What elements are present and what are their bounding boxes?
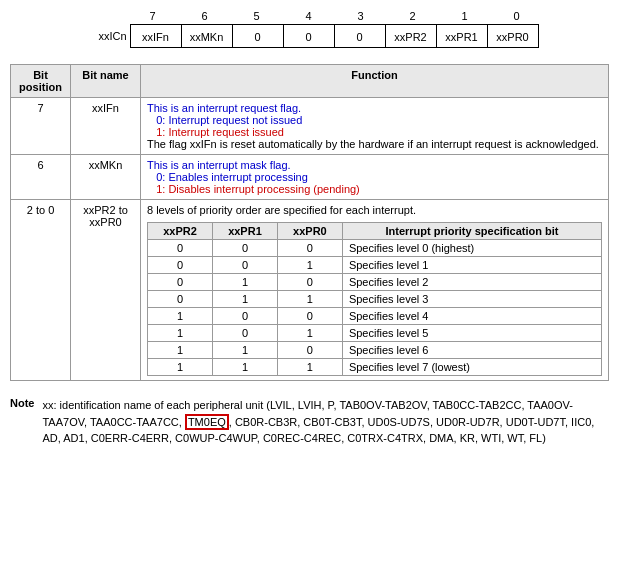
func-mask-red: 1: Disables interrupt processing (pendin… (156, 183, 360, 195)
reg-cell-4: 0 (283, 24, 335, 48)
register-cells-row: xxICn xxIFn xxMKn 0 0 0 xxPR2 xxPR1 xxPR… (81, 24, 539, 48)
note-highlighted-term: TM0EQ (185, 414, 229, 430)
priority-header-row: xxPR2 xxPR1 xxPR0 Interrupt priority spe… (148, 223, 602, 240)
func-line-1-red: 1: Interrupt request issued (156, 126, 284, 138)
bit-header-1: 1 (439, 10, 491, 22)
reg-cell-0: xxPR0 (487, 24, 539, 48)
function-xxpr: 8 levels of priority order are specified… (141, 200, 609, 381)
note-label: Note (10, 397, 34, 409)
pr1-val: 0 (212, 257, 277, 274)
reg-cell-3: 0 (334, 24, 386, 48)
priority-row-7: 1 1 1 Specifies level 7 (lowest) (148, 359, 602, 376)
pr2-val: 0 (148, 274, 213, 291)
pr2-val: 1 (148, 342, 213, 359)
pr1-val: 1 (212, 342, 277, 359)
pr1-val: 0 (212, 325, 277, 342)
pr0-val: 0 (277, 308, 342, 325)
priority-intro: 8 levels of priority order are specified… (147, 204, 602, 216)
bit-header-7: 7 (127, 10, 179, 22)
pri-col-spec: Interrupt priority specification bit (342, 223, 601, 240)
col-header-function: Function (141, 65, 609, 98)
level-2: Specifies level 2 (342, 274, 601, 291)
bit-name-xxpr: xxPR2 toxxPR0 (71, 200, 141, 381)
pr1-val: 1 (212, 359, 277, 376)
table-row-bit2to0: 2 to 0 xxPR2 toxxPR0 8 levels of priorit… (11, 200, 609, 381)
table-header-row: Bit position Bit name Function (11, 65, 609, 98)
table-row-bit6: 6 xxMKn This is an interrupt mask flag. … (11, 155, 609, 200)
reg-cell-7: xxIFn (130, 24, 182, 48)
note-text: xx: identification name of each peripher… (42, 397, 609, 447)
pr2-val: 1 (148, 325, 213, 342)
pr1-val: 1 (212, 274, 277, 291)
pri-col-pr2: xxPR2 (148, 223, 213, 240)
func-mask-line: This is an interrupt mask flag. 0: Enabl… (147, 159, 360, 195)
pr2-val: 0 (148, 291, 213, 308)
pr0-val: 0 (277, 240, 342, 257)
pr0-val: 1 (277, 325, 342, 342)
priority-row-5: 1 0 1 Specifies level 5 (148, 325, 602, 342)
col-header-bit-name: Bit name (71, 65, 141, 98)
pr0-val: 0 (277, 274, 342, 291)
pr0-val: 0 (277, 342, 342, 359)
bit-pos-7: 7 (11, 98, 71, 155)
register-name-label: xxICn (81, 30, 131, 42)
bit-header-5: 5 (231, 10, 283, 22)
pr2-val: 0 (148, 240, 213, 257)
bit-pos-2to0: 2 to 0 (11, 200, 71, 381)
function-xxifn: This is an interrupt request flag. 0: In… (141, 98, 609, 155)
pr0-val: 1 (277, 257, 342, 274)
level-6: Specifies level 6 (342, 342, 601, 359)
reg-cell-6: xxMKn (181, 24, 233, 48)
bit-header-3: 3 (335, 10, 387, 22)
main-table: Bit position Bit name Function 7 xxIFn T… (10, 64, 609, 381)
bit-header-4: 4 (283, 10, 335, 22)
pr1-val: 0 (212, 240, 277, 257)
reg-cell-2: xxPR2 (385, 24, 437, 48)
pr2-val: 0 (148, 257, 213, 274)
bit-header-2: 2 (387, 10, 439, 22)
bit-header-6: 6 (179, 10, 231, 22)
func-line-1: This is an interrupt request flag. 0: In… (147, 102, 302, 138)
priority-row-3: 0 1 1 Specifies level 3 (148, 291, 602, 308)
bit-number-row: 7 6 5 4 3 2 1 0 (77, 10, 543, 22)
priority-row-2: 0 1 0 Specifies level 2 (148, 274, 602, 291)
pri-col-pr0: xxPR0 (277, 223, 342, 240)
bit-headers: 7 6 5 4 3 2 1 0 (127, 10, 543, 22)
level-7: Specifies level 7 (lowest) (342, 359, 601, 376)
level-4: Specifies level 4 (342, 308, 601, 325)
level-5: Specifies level 5 (342, 325, 601, 342)
table-row-bit7: 7 xxIFn This is an interrupt request fla… (11, 98, 609, 155)
priority-row-0: 0 0 0 Specifies level 0 (highest) (148, 240, 602, 257)
pr1-val: 1 (212, 291, 277, 308)
priority-row-1: 0 0 1 Specifies level 1 (148, 257, 602, 274)
level-1: Specifies level 1 (342, 257, 601, 274)
bit-pos-6: 6 (11, 155, 71, 200)
level-0: Specifies level 0 (highest) (342, 240, 601, 257)
register-diagram: 7 6 5 4 3 2 1 0 xxICn xxIFn xxMKn 0 0 0 … (10, 10, 609, 48)
note-section: Note xx: identification name of each per… (10, 393, 609, 451)
bit-header-0: 0 (491, 10, 543, 22)
bit-name-xxifn: xxIFn (71, 98, 141, 155)
level-3: Specifies level 3 (342, 291, 601, 308)
reg-cell-5: 0 (232, 24, 284, 48)
func-line-1-black: The flag xxIFn is reset automatically by… (147, 138, 599, 150)
bit-name-xxmkn: xxMKn (71, 155, 141, 200)
pr0-val: 1 (277, 359, 342, 376)
pr2-val: 1 (148, 359, 213, 376)
reg-cell-1: xxPR1 (436, 24, 488, 48)
function-xxmkn: This is an interrupt mask flag. 0: Enabl… (141, 155, 609, 200)
pr0-val: 1 (277, 291, 342, 308)
pr2-val: 1 (148, 308, 213, 325)
priority-table: xxPR2 xxPR1 xxPR0 Interrupt priority spe… (147, 222, 602, 376)
col-header-bit-pos: Bit position (11, 65, 71, 98)
pr1-val: 0 (212, 308, 277, 325)
pri-col-pr1: xxPR1 (212, 223, 277, 240)
priority-row-6: 1 1 0 Specifies level 6 (148, 342, 602, 359)
priority-row-4: 1 0 0 Specifies level 4 (148, 308, 602, 325)
